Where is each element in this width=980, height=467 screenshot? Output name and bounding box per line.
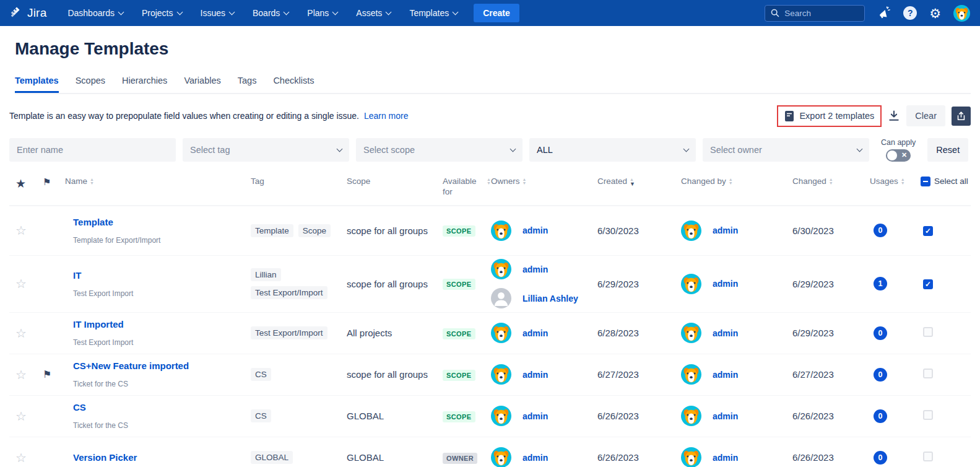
chevron-down-icon: [857, 146, 863, 152]
user-link[interactable]: admin: [713, 411, 738, 421]
header-name[interactable]: Name▲▼: [65, 177, 251, 187]
owners-cell: admin: [491, 406, 597, 426]
can-apply-label: Can apply: [881, 138, 916, 147]
export-templates-button[interactable]: Export 2 templates: [777, 105, 882, 127]
nav-item-boards[interactable]: Boards: [253, 8, 288, 18]
global-search[interactable]: [765, 5, 865, 22]
owner-filter-select[interactable]: Select owner: [703, 138, 869, 162]
favorite-star-icon[interactable]: ☆: [15, 326, 37, 341]
usages-badge[interactable]: 1: [874, 277, 887, 290]
user-link[interactable]: admin: [713, 328, 738, 338]
row-checkbox[interactable]: ✓: [923, 226, 933, 236]
toggle-off-icon: ✕: [901, 151, 907, 159]
user-link[interactable]: admin: [713, 453, 738, 463]
download-button[interactable]: [888, 110, 900, 122]
tab-scopes[interactable]: Scopes: [76, 76, 105, 93]
user-link[interactable]: admin: [523, 225, 548, 235]
user-link[interactable]: admin: [713, 225, 738, 235]
header-scope[interactable]: Scope: [347, 177, 443, 187]
help-button[interactable]: ?: [903, 6, 917, 20]
nav-item-templates[interactable]: Templates: [409, 8, 457, 18]
header-tag[interactable]: Tag: [251, 177, 347, 187]
template-name-link[interactable]: IT: [73, 270, 251, 281]
row-checkbox[interactable]: ✓: [923, 279, 933, 289]
nav-item-projects[interactable]: Projects: [142, 8, 182, 18]
usages-cell: 0: [870, 451, 921, 465]
usages-badge[interactable]: 0: [874, 224, 887, 237]
share-button[interactable]: [952, 107, 971, 126]
type-filter-select[interactable]: ALL: [529, 138, 696, 162]
favorite-star-icon[interactable]: ☆: [15, 367, 37, 382]
changed-by-cell: admin: [681, 364, 792, 385]
header-available-for[interactable]: Available for▲▼: [443, 177, 491, 198]
clear-button[interactable]: Clear: [906, 105, 945, 126]
tag-filter-select[interactable]: Select tag: [183, 138, 349, 162]
user-link[interactable]: admin: [523, 453, 548, 463]
available-for-cell: SCOPE: [443, 328, 491, 339]
select-all-checkbox[interactable]: [921, 177, 930, 186]
tag-list: TemplateScope: [251, 224, 347, 237]
available-for-badge: OWNER: [443, 453, 477, 464]
name-filter-input[interactable]: [9, 138, 176, 162]
tab-templates[interactable]: Templates: [15, 76, 59, 93]
user-link[interactable]: admin: [523, 370, 548, 380]
announcements-button[interactable]: [877, 6, 891, 20]
create-button[interactable]: Create: [474, 4, 519, 22]
tab-variables[interactable]: Variables: [184, 76, 220, 93]
profile-button[interactable]: [953, 5, 970, 22]
row-checkbox[interactable]: [923, 327, 933, 337]
reset-button[interactable]: Reset: [927, 138, 968, 162]
template-name-link[interactable]: CS: [73, 402, 251, 412]
can-apply-toggle[interactable]: ✕: [886, 149, 911, 162]
user-link[interactable]: admin: [713, 279, 738, 289]
changed-date: 6/26/2023: [792, 411, 870, 421]
tab-hierarchies[interactable]: Hierarchies: [122, 76, 167, 93]
name-cell: CS+New Feature imported Ticket for the C…: [65, 360, 251, 388]
template-description: Test Export Import: [73, 289, 251, 298]
changed-date: 6/29/2023: [792, 328, 870, 338]
tag-list: GLOBAL: [251, 451, 347, 464]
favorite-star-icon[interactable]: ☆: [15, 450, 37, 465]
scope-filter-select[interactable]: Select scope: [356, 138, 523, 162]
user-link[interactable]: admin: [523, 411, 548, 421]
learn-more-link[interactable]: Learn more: [364, 111, 409, 121]
user-link[interactable]: admin: [523, 264, 548, 274]
header-changed-by[interactable]: Changed by▲▼: [681, 177, 792, 187]
header-owners[interactable]: Owners▲▼: [491, 177, 597, 187]
template-name-link[interactable]: CS+New Feature imported: [73, 360, 251, 371]
dog-avatar-icon: [491, 364, 511, 385]
table-row: ☆ ⚑ IT Imported Test Export Import Test …: [9, 313, 971, 354]
nav-item-issues[interactable]: Issues: [201, 8, 234, 18]
jira-brand[interactable]: Jira: [10, 6, 46, 20]
favorite-column-icon[interactable]: ★: [15, 177, 37, 191]
nav-item-dashboards[interactable]: Dashboards: [67, 8, 123, 18]
settings-button[interactable]: ⚙: [929, 7, 941, 20]
favorite-star-icon[interactable]: ☆: [15, 276, 37, 291]
nav-item-assets[interactable]: Assets: [356, 8, 391, 18]
row-checkbox[interactable]: [923, 452, 933, 461]
favorite-star-icon[interactable]: ☆: [15, 409, 37, 424]
template-name-link[interactable]: IT Imported: [73, 319, 251, 330]
usages-badge[interactable]: 0: [874, 451, 887, 465]
search-input[interactable]: [784, 9, 852, 18]
usages-badge[interactable]: 0: [874, 368, 887, 382]
template-name-link[interactable]: Template: [73, 217, 251, 227]
tab-checklists[interactable]: Checklists: [273, 76, 314, 93]
user-link[interactable]: admin: [713, 370, 738, 380]
header-usages[interactable]: Usages▲▼: [870, 177, 921, 187]
nav-item-plans[interactable]: Plans: [307, 8, 337, 18]
favorite-star-icon[interactable]: ☆: [15, 223, 37, 238]
flag-column-icon[interactable]: ⚑: [43, 177, 65, 188]
user-link[interactable]: admin: [523, 328, 548, 338]
usages-badge[interactable]: 0: [874, 409, 887, 423]
usages-badge[interactable]: 0: [874, 326, 887, 340]
template-name-link[interactable]: Version Picker: [73, 452, 251, 463]
tab-tags[interactable]: Tags: [238, 76, 257, 93]
dog-avatar-icon: [681, 447, 701, 467]
header-created[interactable]: Created▲▼: [597, 177, 681, 187]
user-link[interactable]: Lillian Ashley: [523, 294, 578, 303]
row-checkbox[interactable]: [923, 369, 933, 378]
row-checkbox[interactable]: [923, 410, 933, 420]
available-for-badge: SCOPE: [443, 328, 475, 339]
header-changed[interactable]: Changed▲▼: [792, 177, 870, 187]
